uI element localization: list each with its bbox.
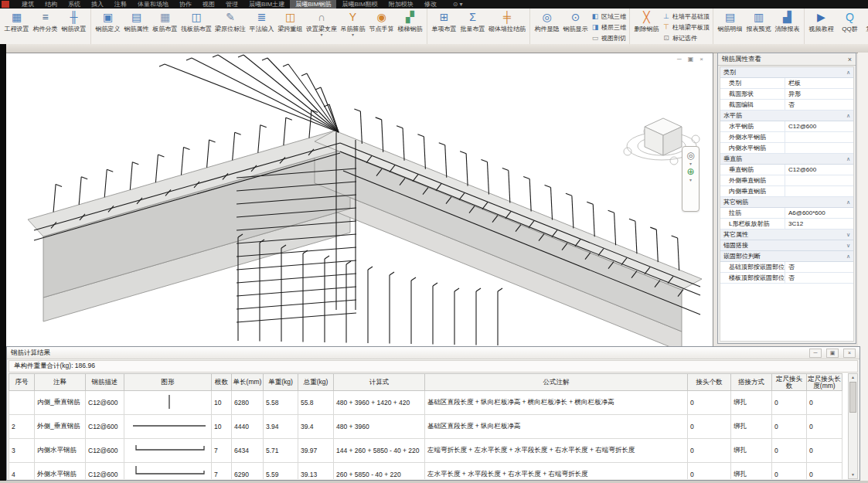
column-header[interactable]: 钢筋描述: [86, 374, 124, 391]
close-icon[interactable]: ×: [843, 349, 856, 358]
ribbon-button[interactable]: Y吊筋箍筋▾: [339, 10, 367, 37]
window-left-edge: [0, 44, 6, 481]
ribbon-small-button[interactable]: ◧区域三维: [591, 11, 626, 22]
scrollbar-thumb[interactable]: [849, 382, 856, 413]
property-group-header[interactable]: 锚固搭接∨: [720, 240, 853, 251]
column-header[interactable]: 定尺接头长度(mm): [807, 374, 842, 391]
ribbon-options[interactable]: ⊙▾: [453, 1, 463, 8]
ribbon-button[interactable]: ▣钢筋定义: [94, 10, 122, 33]
steering-wheel-icon[interactable]: ◎: [686, 151, 694, 161]
app-menu-icon[interactable]: [2, 1, 9, 8]
ribbon-small-button[interactable]: ⊤柱墙梁平板顶: [662, 22, 710, 32]
ribbon-group: ▤钢筋明细▥报表预览▟清除报表: [713, 9, 805, 44]
ribbon-button[interactable]: ≣平法输入: [247, 10, 276, 33]
menu-tab[interactable]: 晨曦BIM钢筋: [290, 0, 336, 9]
ribbon-button[interactable]: ▦工程设置: [2, 10, 31, 33]
property-group-header[interactable]: 嵌固部位判断∧: [720, 251, 853, 262]
column-header[interactable]: 单重(kg): [264, 374, 298, 391]
column-header[interactable]: 定尺接头数: [772, 374, 807, 391]
menu-tab[interactable]: 协作: [174, 0, 197, 9]
ribbon-button[interactable]: QQQ群: [836, 10, 864, 33]
ribbon-button[interactable]: ▤钢筋明细: [716, 10, 744, 33]
menu-tab[interactable]: 附加模块: [383, 0, 419, 9]
menu-tab[interactable]: 建筑: [16, 0, 39, 9]
ribbon-button[interactable]: ◉节点手算: [367, 10, 396, 33]
column-header[interactable]: 图形: [124, 374, 212, 391]
menu-tab[interactable]: 视图: [197, 0, 220, 9]
property-group-header[interactable]: 垂直筋∧: [720, 154, 853, 165]
menu-tab[interactable]: 晨曦BIM翻模: [336, 0, 383, 9]
ribbon-small-icon: ⊡: [662, 34, 670, 42]
ribbon-button[interactable]: ◫筏板筋布置: [179, 10, 213, 33]
ribbon-button[interactable]: ◫梁跨重组: [276, 10, 305, 33]
menu-tab[interactable]: 体量和场地: [132, 0, 174, 9]
ribbon-button[interactable]: ▶视频教程: [807, 10, 836, 33]
ribbon-small-button[interactable]: ▭视图剖切: [591, 32, 626, 43]
table-row[interactable]: 2外侧_垂直钢筋C12@6001044403.9439.4480 + 3960基…: [9, 415, 842, 439]
ribbon-button[interactable]: ╪砌体墙拉结筋: [487, 10, 527, 33]
property-group-header[interactable]: 其它钢筋∧: [720, 197, 853, 208]
menu-tab[interactable]: 管理: [220, 0, 243, 9]
ribbon-button[interactable]: ⊞单项布置: [430, 10, 458, 33]
cell-length: 6290: [232, 463, 264, 480]
column-header[interactable]: 单长(mm): [232, 374, 264, 391]
ribbon-button[interactable]: ▟清除报表: [773, 10, 802, 33]
ribbon-button[interactable]: Σ批量布置: [458, 10, 487, 33]
scroll-up-icon[interactable]: ▲: [851, 374, 855, 381]
menu-tab[interactable]: 晨曦BIM土建: [243, 0, 290, 9]
ribbon-button[interactable]: ✎意见反馈: [864, 10, 868, 33]
column-header[interactable]: 总重(kg): [298, 374, 334, 391]
restore-icon[interactable]: ▣: [688, 56, 694, 63]
column-header[interactable]: 根数: [212, 374, 232, 391]
restore-icon[interactable]: ▣: [826, 349, 839, 358]
ribbon-button[interactable]: ▦板筋布置: [151, 10, 179, 33]
ribbon-button-icon: Σ: [469, 11, 476, 24]
close-icon[interactable]: ×: [848, 56, 852, 63]
ribbon-button[interactable]: ╫钢筋设置: [60, 10, 88, 33]
column-header[interactable]: 搭接方式: [731, 374, 772, 391]
expand-icon: ∨: [846, 243, 850, 249]
table-row[interactable]: 1内侧_垂直钢筋C12@6001062805.5855.8480 + 3960 …: [9, 391, 842, 415]
viewport-3d[interactable]: ─ ▣ × ◎ ▾ ⊕ ▾: [6, 53, 713, 347]
ribbon-small-button[interactable]: ◨楼层三维: [591, 22, 626, 32]
column-header[interactable]: 接头个数: [688, 374, 731, 391]
column-header[interactable]: 序号: [9, 374, 35, 391]
chevron-down-icon[interactable]: ▾: [689, 178, 692, 182]
menu-tab[interactable]: 插入: [86, 0, 109, 9]
ribbon-button[interactable]: ⊙钢筋显示: [561, 10, 590, 33]
table-row[interactable]: 4外侧水平钢筋C12@600762905.5939.13260 + 5850 -…: [9, 463, 842, 480]
ribbon-button[interactable]: ◎构件显隐: [533, 10, 561, 33]
ribbon-button[interactable]: ▞楼梯钢筋: [396, 10, 424, 33]
ribbon-button[interactable]: ▤钢筋属性: [122, 10, 151, 33]
ribbon-button[interactable]: ∩设置梁支座▾: [305, 10, 339, 37]
minimize-icon[interactable]: ─: [809, 349, 822, 358]
model-3d-view[interactable]: [6, 53, 713, 347]
property-group-header[interactable]: 其它属性∨: [720, 230, 853, 240]
menu-tab[interactable]: 注释: [109, 0, 132, 9]
ribbon-small-button[interactable]: ⊡标记选件: [662, 32, 710, 43]
ribbon-small-button[interactable]: ⊥柱墙平基础顶: [662, 11, 710, 22]
zoom-icon[interactable]: ⊕: [686, 167, 694, 177]
property-group-header[interactable]: 水平筋∧: [720, 111, 853, 121]
menu-tab[interactable]: 结构: [39, 0, 63, 9]
scroll-down-icon[interactable]: ▼: [851, 471, 855, 478]
ribbon-button[interactable]: ▥报表预览: [744, 10, 773, 33]
cell-unit_weight: 5.59: [264, 463, 298, 480]
cell-joint_count: 0: [688, 463, 731, 480]
cell-lap_type: 绑扎: [731, 415, 772, 439]
ribbon-button[interactable]: ╳删除钢筋: [632, 10, 661, 33]
ribbon-button[interactable]: ≡构件分类: [31, 10, 60, 33]
close-icon[interactable]: ×: [700, 56, 703, 63]
column-header[interactable]: 注释: [35, 374, 86, 391]
minimize-icon[interactable]: ─: [677, 56, 682, 63]
menu-tabs: 建筑结构系统插入注释体量和场地协作视图管理晨曦BIM土建晨曦BIM钢筋晨曦BIM…: [16, 0, 442, 9]
property-group-header[interactable]: 类别∧: [720, 67, 853, 78]
menu-tab[interactable]: 系统: [63, 0, 86, 9]
vertical-scrollbar[interactable]: ▲ ▼: [848, 373, 858, 479]
ribbon-button[interactable]: ✎梁原位标注: [213, 10, 247, 33]
column-header[interactable]: 公式注解: [425, 374, 688, 391]
menu-tab[interactable]: 修改: [419, 0, 442, 9]
column-header[interactable]: 计算式: [334, 374, 425, 391]
ribbon-button-icon: ◫: [191, 11, 201, 24]
table-row[interactable]: 3内侧水平钢筋C12@600764345.7139.97144 + 260 + …: [9, 439, 842, 463]
